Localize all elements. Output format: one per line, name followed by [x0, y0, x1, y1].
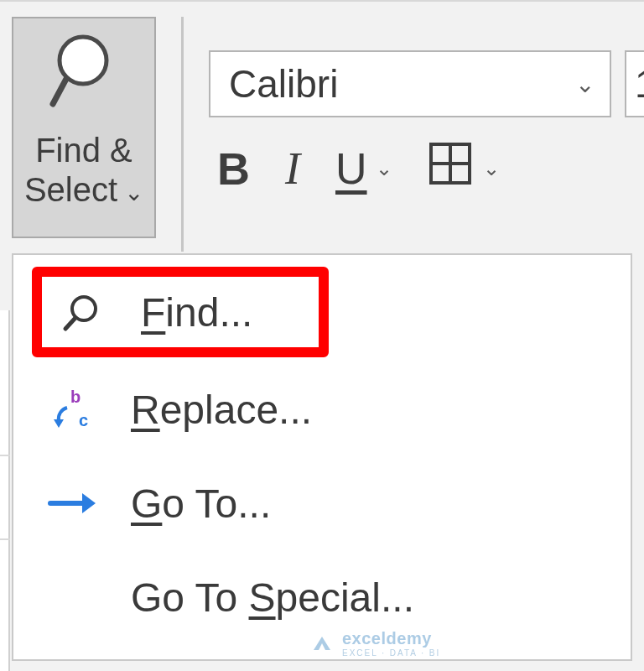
find-select-dropdown-menu: Find... b c Replace... Go To... Go To Sp…: [12, 253, 632, 661]
find-select-label-line2: Select⌄: [24, 170, 143, 210]
font-name-value: Calibri: [229, 61, 338, 107]
replace-icon: b c: [45, 388, 99, 431]
svg-marker-11: [82, 493, 96, 513]
find-and-select-button[interactable]: Find & Select⌄: [12, 17, 156, 238]
menu-item-label: Replace...: [131, 387, 312, 433]
gridline: [0, 455, 10, 456]
format-row: B I U ⌄ ⌄: [209, 141, 644, 196]
borders-icon: [428, 141, 473, 196]
svg-point-5: [72, 297, 96, 320]
menu-item-find[interactable]: Find...: [32, 267, 329, 357]
magnifier-icon: [46, 30, 122, 119]
worksheet-edge: [0, 310, 10, 671]
font-name-dropdown[interactable]: Calibri ⌄: [209, 50, 611, 117]
bold-button[interactable]: B: [217, 143, 250, 195]
watermark-subtext: EXCEL · DATA · BI: [342, 648, 440, 658]
font-size-dropdown[interactable]: 1: [625, 50, 644, 117]
ribbon: Find & Select⌄ Calibri ⌄ B I U ⌄: [0, 2, 644, 252]
chevron-down-icon: ⌄: [483, 157, 500, 180]
find-icon: [55, 290, 109, 334]
menu-item-label: Find...: [141, 289, 252, 336]
watermark: exceldemy EXCEL · DATA · BI: [310, 629, 440, 658]
chevron-down-icon: ⌄: [575, 70, 595, 98]
borders-button[interactable]: ⌄: [428, 141, 500, 196]
svg-line-6: [65, 319, 75, 329]
find-select-label-line1: Find &: [35, 131, 132, 170]
font-size-value: 1: [635, 61, 644, 107]
menu-item-label: Go To...: [131, 481, 271, 527]
watermark-text: exceldemy: [342, 629, 432, 648]
chevron-down-icon: ⌄: [376, 157, 392, 180]
svg-line-1: [53, 79, 66, 104]
watermark-logo-icon: [310, 632, 334, 655]
underline-button[interactable]: U ⌄: [335, 143, 392, 194]
chevron-down-icon: ⌄: [124, 179, 143, 205]
gridline: [0, 538, 10, 540]
ribbon-group-divider: [181, 17, 184, 252]
font-group: Calibri ⌄ B I U ⌄ ⌄: [209, 17, 644, 196]
menu-item-replace[interactable]: b c Replace...: [13, 362, 631, 456]
italic-button[interactable]: I: [285, 143, 300, 195]
menu-item-goto[interactable]: Go To...: [13, 456, 631, 550]
menu-item-label: Go To Special...: [131, 575, 414, 621]
svg-marker-9: [54, 419, 64, 428]
arrow-right-icon: [45, 486, 99, 520]
svg-text:c: c: [79, 411, 88, 429]
svg-text:b: b: [70, 388, 80, 406]
